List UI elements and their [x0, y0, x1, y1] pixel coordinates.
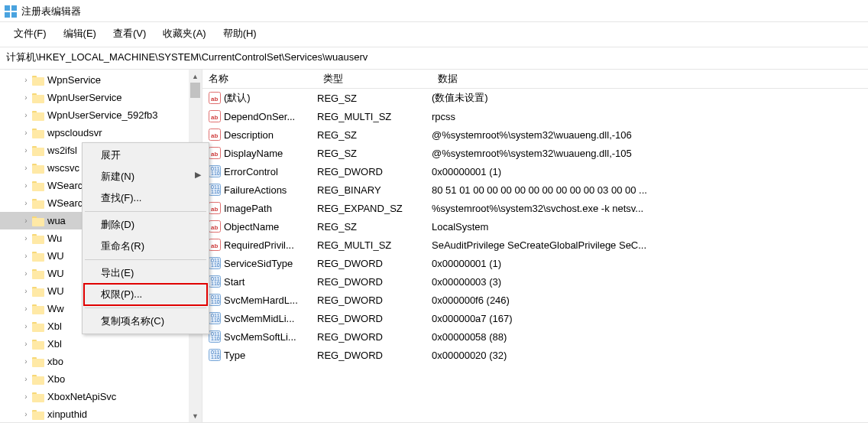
menu-edit[interactable]: 编辑(E) [56, 25, 104, 42]
value-type: REG_DWORD [317, 166, 432, 177]
folder-icon [32, 128, 44, 138]
tree-item-label: Xbl [47, 338, 62, 350]
value-data: 0x00000058 (88) [432, 331, 868, 343]
value-row[interactable]: SvcMemSoftLi...REG_DWORD0x00000058 (88) [202, 327, 868, 346]
tree-item[interactable]: ›XboxNetApiSvc [0, 388, 189, 405]
folder-icon [32, 339, 44, 350]
ctx-copy-key-name[interactable]: 复制项名称(C) [84, 311, 207, 332]
chevron-right-icon[interactable]: › [21, 93, 31, 102]
col-header-data[interactable]: 数据 [432, 70, 868, 88]
tree-item-label: Wu [47, 233, 62, 244]
scroll-thumb[interactable] [190, 83, 200, 98]
tree-item-label: wscsvc [47, 162, 79, 174]
value-type: REG_SZ [317, 148, 432, 159]
chevron-right-icon[interactable]: › [21, 146, 31, 155]
tree-item[interactable]: ›xbo [0, 353, 189, 370]
chevron-right-icon[interactable]: › [21, 287, 31, 295]
tree-item-label: wpscloudsvr [47, 127, 102, 138]
tree-item[interactable]: ›wpscloudsvr [0, 124, 189, 142]
ctx-expand[interactable]: 展开 [84, 145, 207, 166]
value-name: DisplayName [224, 148, 317, 159]
value-type: REG_DWORD [317, 313, 432, 324]
value-row[interactable]: DisplayNameREG_SZ@%systemroot%\system32\… [202, 144, 868, 162]
value-row[interactable]: SvcMemHardL...REG_DWORD0x000000f6 (246) [202, 291, 868, 309]
ctx-find[interactable]: 查找(F)... [84, 187, 207, 209]
tree-item-label: Ww [47, 303, 64, 314]
value-row[interactable]: ObjectNameREG_SZLocalSystem [202, 217, 868, 236]
menu-help[interactable]: 帮助(H) [215, 25, 264, 42]
menu-favorites[interactable]: 收藏夹(A) [155, 25, 213, 42]
tree-item[interactable]: ›Xbl [0, 335, 189, 353]
tree-item-label: WU [47, 250, 64, 262]
menu-view[interactable]: 查看(V) [105, 25, 154, 42]
tree-item[interactable]: ›WpnUserService_592fb3 [0, 106, 189, 124]
folder-icon [32, 181, 44, 191]
chevron-right-icon[interactable]: › [21, 410, 31, 418]
value-name: (默认) [224, 91, 317, 105]
ctx-rename[interactable]: 重命名(R) [84, 236, 207, 257]
ctx-permissions[interactable]: 权限(P)... [84, 284, 207, 305]
chevron-right-icon[interactable]: › [21, 111, 31, 119]
value-data: SeAuditPrivilege SeCreateGlobalPrivilege… [432, 239, 868, 251]
string-value-icon [209, 129, 221, 141]
folder-icon [32, 75, 44, 86]
ctx-delete[interactable]: 删除(D) [84, 214, 207, 236]
chevron-right-icon[interactable]: › [21, 129, 31, 137]
value-row[interactable]: FailureActionsREG_BINARY80 51 01 00 00 0… [202, 181, 868, 199]
value-name: ErrorControl [224, 166, 317, 177]
chevron-right-icon[interactable]: › [21, 234, 31, 242]
scroll-up-arrow[interactable]: ▲ [189, 70, 202, 83]
value-data: (数值未设置) [432, 91, 868, 105]
value-row[interactable]: TypeREG_DWORD0x00000020 (32) [202, 346, 868, 364]
submenu-arrow-icon: ▶ [195, 170, 201, 180]
folder-icon [32, 304, 44, 314]
string-value-icon [209, 202, 221, 214]
ctx-export[interactable]: 导出(E) [84, 262, 207, 284]
chevron-right-icon[interactable]: › [21, 164, 31, 172]
value-data: 0x00000003 (3) [432, 276, 868, 288]
value-row[interactable]: SvcMemMidLi...REG_DWORD0x000000a7 (167) [202, 309, 868, 327]
chevron-right-icon[interactable]: › [21, 340, 31, 348]
chevron-right-icon[interactable]: › [21, 181, 31, 190]
chevron-right-icon[interactable]: › [21, 269, 31, 278]
value-type: REG_SZ [317, 129, 432, 141]
binary-value-icon [209, 312, 221, 324]
chevron-right-icon[interactable]: › [21, 76, 31, 84]
binary-value-icon [209, 257, 221, 269]
tree-item[interactable]: ›WpnUserService [0, 89, 189, 106]
address-bar[interactable]: 计算机\HKEY_LOCAL_MACHINE\SYSTEM\CurrentCon… [0, 47, 868, 70]
tree-item-label: WpnService [47, 74, 101, 86]
value-row[interactable]: DescriptionREG_SZ@%systemroot%\system32\… [202, 125, 868, 144]
tree-item-label: WU [47, 268, 64, 279]
value-type: REG_DWORD [317, 258, 432, 269]
values-list: (默认)REG_SZ(数值未设置)DependOnSer...REG_MULTI… [202, 89, 868, 364]
value-row[interactable]: (默认)REG_SZ(数值未设置) [202, 89, 868, 107]
scroll-down-arrow[interactable]: ▼ [189, 409, 202, 422]
chevron-right-icon[interactable]: › [21, 216, 31, 225]
chevron-right-icon[interactable]: › [21, 304, 31, 313]
col-header-name[interactable]: 名称 [202, 70, 317, 88]
window-title: 注册表编辑器 [21, 5, 81, 18]
value-row[interactable]: ErrorControlREG_DWORD0x00000001 (1) [202, 162, 868, 181]
menu-bar: 文件(F) 编辑(E) 查看(V) 收藏夹(A) 帮助(H) [0, 22, 868, 47]
col-header-type[interactable]: 类型 [317, 70, 432, 88]
chevron-right-icon[interactable]: › [21, 375, 31, 383]
tree-context-menu: 展开 新建(N) ▶ 查找(F)... 删除(D) 重命名(R) 导出(E) 权… [82, 142, 209, 334]
chevron-right-icon[interactable]: › [21, 392, 31, 401]
value-row[interactable]: ImagePathREG_EXPAND_SZ%systemroot%\syste… [202, 199, 868, 217]
chevron-right-icon[interactable]: › [21, 199, 31, 207]
tree-item[interactable]: ›xinputhid [0, 405, 189, 422]
ctx-new[interactable]: 新建(N) ▶ [84, 166, 207, 187]
tree-item[interactable]: ›Xbo [0, 370, 189, 388]
value-row[interactable]: DependOnSer...REG_MULTI_SZrpcss [202, 107, 868, 125]
value-row[interactable]: StartREG_DWORD0x00000003 (3) [202, 272, 868, 291]
value-row[interactable]: ServiceSidTypeREG_DWORD0x00000001 (1) [202, 254, 868, 272]
value-row[interactable]: RequiredPrivil...REG_MULTI_SZSeAuditPriv… [202, 236, 868, 254]
value-name: ObjectName [224, 221, 317, 233]
chevron-right-icon[interactable]: › [21, 252, 31, 260]
tree-item[interactable]: ›WpnService [0, 71, 189, 89]
chevron-right-icon[interactable]: › [21, 322, 31, 330]
menu-file[interactable]: 文件(F) [6, 25, 54, 42]
value-type: REG_DWORD [317, 350, 432, 361]
chevron-right-icon[interactable]: › [21, 357, 31, 366]
